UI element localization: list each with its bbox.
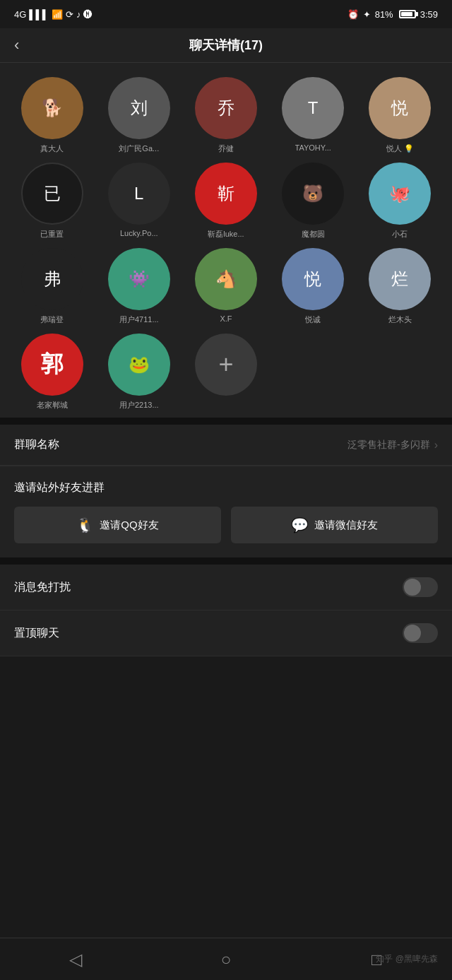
member-avatar-10: 弗 [21,248,83,310]
member-name-9: 小石 [392,229,408,240]
member-avatar-0: 🐕 [21,77,83,139]
pin-toggle[interactable] [403,623,438,643]
member-avatar-16: 🐸 [108,333,170,396]
invite-section: 邀请站外好友进群 🐧 邀请QQ好友 💬 邀请微信好友 [0,466,452,565]
status-bar: 4G ▌▌▌ 📶 ⟳ ♪ 🅜 ⏰ ✦ 81% 3:59 [0,0,452,28]
wifi-icon: 📶 [52,9,63,20]
member-item-9[interactable]: 🐙小石 [359,163,441,240]
member-item-1[interactable]: 刘刘广民Ga... [98,77,179,154]
group-name-value: 泛零售社群-多闪群 [347,439,430,451]
member-name-11: 用户4711... [119,314,159,325]
member-avatar-15: 郭 [21,333,83,396]
member-name-6: Lucky.Po... [120,229,158,237]
notification-settings: 消息免打扰 置顶聊天 [0,565,452,656]
nav-home-icon: ○ [221,950,232,969]
member-name-13: 悦诚 [305,314,321,325]
members-grid: 🐕真大人刘刘广民Ga...乔乔健TTAYOHY...悦悦人 💡已已重置LLuck… [11,77,441,411]
member-avatar-3: T [282,77,344,139]
invite-wechat-button[interactable]: 💬 邀请微信好友 [231,507,438,543]
member-item-3[interactable]: TTAYOHY... [273,77,354,154]
member-name-1: 刘广民Ga... [119,143,159,154]
member-avatar-12: 🐴 [195,248,257,310]
mute-label: 消息免打扰 [14,580,71,595]
time: 3:59 [420,9,438,20]
member-item-11[interactable]: 👾用户4711... [98,248,179,325]
member-item-5[interactable]: 已已重置 [11,163,93,240]
nav-back-icon: ◁ [69,950,82,969]
member-item-8[interactable]: 🐻魔都圆 [273,163,354,240]
member-name-2: 乔健 [218,143,234,154]
divider1 [0,418,452,425]
alarm-icon: ⏰ [347,9,359,20]
member-item-12[interactable]: 🐴X.F [185,248,266,325]
member-avatar-9: 🐙 [369,163,431,225]
battery-text: 81% [375,9,393,20]
add-member-icon: + [195,333,257,396]
member-avatar-4: 悦 [369,77,431,139]
member-name-0: 真大人 [40,143,64,154]
member-name-14: 烂木头 [388,314,412,325]
member-item-15[interactable]: 郭老家郸城 [11,333,93,411]
mute-toggle[interactable] [403,577,438,597]
qq-icon: 🐧 [76,516,94,533]
bluetooth-icon: ✦ [363,9,371,20]
nav-back[interactable]: ◁ [54,938,97,981]
pin-row: 置顶聊天 [0,610,452,656]
settings-section: 群聊名称 泛零售社群-多闪群 › [0,425,452,466]
member-item-10[interactable]: 弗弗瑞登 [11,248,93,325]
back-button[interactable]: ‹ [14,36,19,54]
member-avatar-14: 烂 [369,248,431,310]
invite-title: 邀请站外好友进群 [14,480,438,495]
member-avatar-5: 已 [21,163,83,225]
page-title: 聊天详情(17) [189,37,263,54]
member-item-0[interactable]: 🐕真大人 [11,77,93,154]
signal-bars: ▌▌▌ [29,9,49,20]
member-avatar-11: 👾 [108,248,170,310]
member-item-13[interactable]: 悦悦诚 [273,248,354,325]
member-avatar-7: 靳 [195,163,257,225]
group-name-value-container: 泛零售社群-多闪群 › [347,439,438,451]
chevron-right-icon: › [434,439,438,451]
member-name-8: 魔都圆 [302,229,325,240]
member-item-4[interactable]: 悦悦人 💡 [359,77,441,154]
member-name-15: 老家郸城 [37,400,68,411]
member-item-7[interactable]: 靳靳磊luke... [185,163,266,240]
mute-row: 消息免打扰 [0,565,452,610]
mute-toggle-knob [404,579,421,596]
invite-qq-label: 邀请QQ好友 [100,519,158,532]
members-section: 🐕真大人刘刘广民Ga...乔乔健TTAYOHY...悦悦人 💡已已重置LLuck… [0,63,452,418]
pin-label: 置顶聊天 [14,626,59,641]
icon2: ♪ [76,9,81,20]
pin-toggle-knob [404,625,421,642]
icon3: 🅜 [83,9,93,20]
watermark: 知乎 @黑啤先森 [376,953,438,965]
member-name-7: 靳磊luke... [208,229,244,240]
status-left: 4G ▌▌▌ 📶 ⟳ ♪ 🅜 [14,9,93,20]
nav-home[interactable]: ○ [205,938,247,981]
member-avatar-1: 刘 [108,77,170,139]
header: ‹ 聊天详情(17) [0,28,452,63]
signal-text: 4G [14,9,26,20]
member-avatar-8: 🐻 [282,163,344,225]
status-right: ⏰ ✦ 81% 3:59 [347,9,438,20]
member-avatar-13: 悦 [282,248,344,310]
member-item-6[interactable]: LLucky.Po... [98,163,179,240]
add-member-button[interactable]: + [185,333,266,411]
member-avatar-6: L [108,163,170,225]
group-name-row[interactable]: 群聊名称 泛零售社群-多闪群 › [0,425,452,466]
member-name-10: 弗瑞登 [40,314,64,325]
icon1: ⟳ [66,9,73,20]
invite-qq-button[interactable]: 🐧 邀请QQ好友 [14,507,221,543]
group-name-label: 群聊名称 [14,437,59,452]
member-item-16[interactable]: 🐸用户2213... [98,333,179,411]
member-name-3: TAYOHY... [295,143,331,152]
member-item-14[interactable]: 烂烂木头 [359,248,441,325]
member-name-12: X.F [220,314,232,323]
member-name-16: 用户2213... [119,400,159,411]
member-name-5: 已重置 [40,229,64,240]
member-item-2[interactable]: 乔乔健 [185,77,266,154]
invite-buttons: 🐧 邀请QQ好友 💬 邀请微信好友 [14,507,438,543]
bottom-nav: ◁ ○ □ 知乎 @黑啤先森 [0,938,452,980]
invite-wechat-label: 邀请微信好友 [314,519,378,532]
member-name-4: 悦人 💡 [386,143,414,154]
